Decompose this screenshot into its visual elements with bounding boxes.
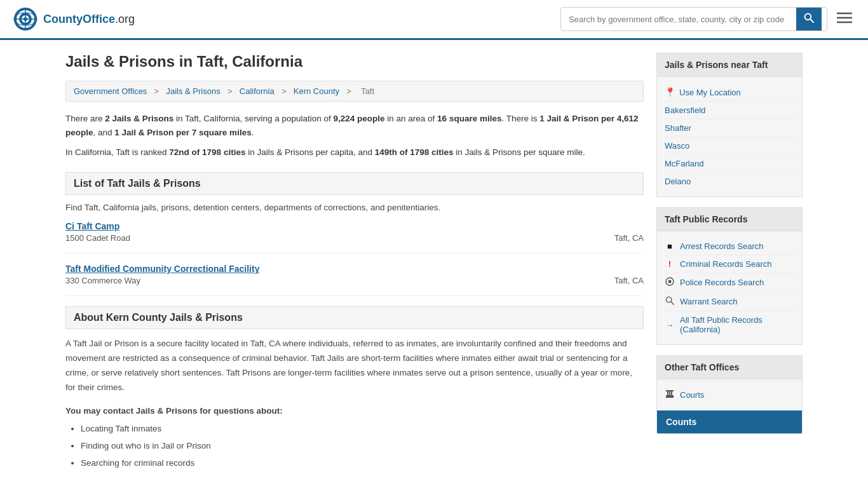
- menu-icon[interactable]: [834, 8, 855, 30]
- other-offices-box: Other Taft Offices Courts: [656, 355, 803, 434]
- header-right: [560, 7, 855, 31]
- other-offices-content: Courts: [657, 379, 802, 410]
- search-icon: [804, 13, 814, 23]
- nearby-header: Jails & Prisons near Taft: [657, 53, 802, 77]
- location-pin-icon: 📍: [665, 87, 675, 97]
- breadcrumb-gov-offices[interactable]: Government Offices: [74, 86, 147, 96]
- facility-entry: Taft Modified Community Correctional Fac…: [65, 264, 644, 296]
- criminal-records-label: Criminal Records Search: [680, 259, 772, 269]
- facility-name[interactable]: Ci Taft Camp: [65, 221, 644, 231]
- breadcrumb-kern-county[interactable]: Kern County: [294, 86, 339, 96]
- facility-details: 1500 Cadet Road Taft, CA: [65, 233, 644, 243]
- svg-line-9: [810, 19, 813, 22]
- public-records-content: ■ Arrest Records Search ! Criminal Recor…: [657, 231, 802, 344]
- breadcrumb-jails[interactable]: Jails & Prisons: [166, 86, 220, 96]
- list-intro: Find Taft, California jails, prisons, de…: [65, 203, 644, 212]
- use-location[interactable]: 📍 Use My Location: [665, 83, 794, 102]
- warrant-search-label: Warrant Search: [680, 297, 738, 306]
- criminal-records-icon: !: [665, 259, 675, 269]
- breadcrumb-taft: Taft: [361, 86, 374, 96]
- search-bar: [560, 7, 827, 31]
- intro-para-2: In California, Taft is ranked 72nd of 17…: [65, 146, 644, 159]
- nearby-content: 📍 Use My Location Bakersfield Shafter Wa…: [657, 77, 802, 196]
- svg-rect-19: [667, 391, 668, 395]
- about-section: A Taft Jail or Prison is a secure facili…: [65, 337, 644, 471]
- svg-line-16: [671, 302, 674, 304]
- police-records-label: Police Records Search: [680, 278, 764, 287]
- sidebar: Jails & Prisons near Taft 📍 Use My Locat…: [656, 53, 803, 473]
- courts-label: Courts: [680, 390, 704, 400]
- courts-icon: [665, 390, 675, 400]
- public-records-header: Taft Public Records: [657, 208, 802, 231]
- all-public-records-label: All Taft Public Records (California): [680, 315, 794, 334]
- svg-rect-20: [669, 391, 670, 395]
- facility-entry: Ci Taft Camp 1500 Cadet Road Taft, CA: [65, 221, 644, 254]
- nearby-link-mcfarland[interactable]: McFarland: [665, 155, 794, 173]
- page-title: Jails & Prisons in Taft, California: [65, 53, 644, 71]
- search-input[interactable]: [561, 10, 796, 29]
- svg-rect-18: [666, 390, 674, 391]
- svg-rect-21: [671, 391, 672, 395]
- nearby-box: Jails & Prisons near Taft 📍 Use My Locat…: [656, 53, 803, 197]
- breadcrumb: Government Offices > Jails & Prisons > C…: [65, 81, 644, 102]
- arrow-right-icon: →: [665, 320, 675, 330]
- svg-point-14: [668, 280, 672, 283]
- courts-link[interactable]: Courts: [665, 386, 794, 404]
- criminal-records-link[interactable]: ! Criminal Records Search: [665, 255, 794, 273]
- nearby-link-delano[interactable]: Delano: [665, 173, 794, 190]
- logo-area: CountyOffice.org: [13, 6, 135, 32]
- police-records-link[interactable]: Police Records Search: [665, 273, 794, 292]
- facility-city: Taft, CA: [614, 276, 644, 285]
- search-button[interactable]: [796, 8, 822, 30]
- arrest-records-icon: ■: [665, 241, 675, 251]
- list-section-header: List of Taft Jails & Prisons: [65, 172, 644, 195]
- arrest-records-link[interactable]: ■ Arrest Records Search: [665, 238, 794, 255]
- nearby-link-shafter[interactable]: Shafter: [665, 119, 794, 137]
- intro-section: There are 2 Jails & Prisons in Taft, Cal…: [65, 112, 644, 159]
- nearby-link-wasco[interactable]: Wasco: [665, 137, 794, 155]
- arrest-records-label: Arrest Records Search: [680, 241, 764, 251]
- public-records-box: Taft Public Records ■ Arrest Records Sea…: [656, 207, 803, 345]
- facility-name[interactable]: Taft Modified Community Correctional Fac…: [65, 264, 644, 274]
- about-section-header: About Kern County Jails & Prisons: [65, 306, 644, 329]
- page-container: Jails & Prisons in Taft, California Gove…: [53, 40, 815, 486]
- counts-bar: Counts: [657, 410, 802, 433]
- facility-city: Taft, CA: [614, 233, 644, 243]
- contact-list: Locating Taft inmates Finding out who is…: [81, 422, 644, 471]
- main-content: Jails & Prisons in Taft, California Gove…: [65, 53, 644, 473]
- intro-para-1: There are 2 Jails & Prisons in Taft, Cal…: [65, 112, 644, 139]
- facility-details: 330 Commerce Way Taft, CA: [65, 276, 644, 285]
- logo-text: CountyOffice.org: [43, 13, 135, 26]
- police-records-icon: [665, 277, 675, 288]
- facility-address: 330 Commerce Way: [65, 276, 140, 285]
- nearby-link-bakersfield[interactable]: Bakersfield: [665, 102, 794, 119]
- list-item: Finding out who is in Jail or Prison: [81, 439, 644, 454]
- hamburger-icon: [837, 12, 852, 24]
- all-public-records-link[interactable]: → All Taft Public Records (California): [665, 311, 794, 338]
- warrant-search-link[interactable]: Warrant Search: [665, 292, 794, 311]
- svg-rect-17: [666, 395, 674, 398]
- use-location-label: Use My Location: [679, 88, 741, 97]
- other-offices-header: Other Taft Offices: [657, 356, 802, 379]
- list-item: Locating Taft inmates: [81, 422, 644, 437]
- about-text: A Taft Jail or Prison is a secure facili…: [65, 337, 644, 395]
- warrant-search-icon: [665, 296, 675, 307]
- svg-point-15: [666, 297, 671, 302]
- breadcrumb-california[interactable]: California: [240, 86, 275, 96]
- logo-icon: [13, 6, 38, 32]
- site-header: CountyOffice.org: [0, 0, 868, 40]
- facility-address: 1500 Cadet Road: [65, 233, 130, 243]
- contact-header: You may contact Jails & Prisons for ques…: [65, 404, 644, 419]
- list-item: Searching for criminal records: [81, 456, 644, 471]
